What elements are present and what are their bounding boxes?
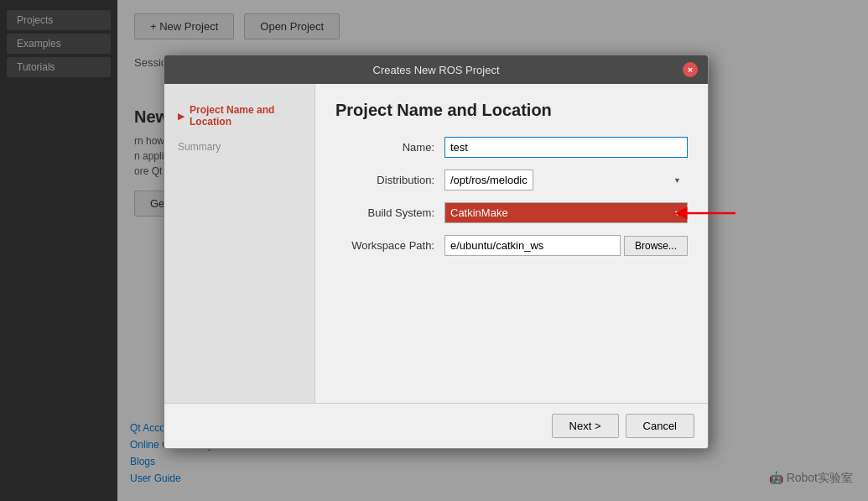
workspace-path-label: Workspace Path: — [335, 239, 444, 252]
dialog-titlebar: Creates New ROS Project × — [164, 55, 708, 84]
distribution-select-wrapper: /opt/ros/melodic — [444, 170, 688, 190]
form-row-workspace-path: Workspace Path: Browse... — [335, 235, 688, 256]
name-input[interactable] — [444, 137, 688, 158]
form-row-name: Name: — [335, 137, 688, 158]
dialog-close-button[interactable]: × — [683, 62, 698, 77]
form-row-build-system: Build System: CatkinMake — [335, 202, 688, 223]
dialog-footer: Next > Cancel — [164, 403, 708, 448]
name-label: Name: — [335, 141, 444, 154]
next-button[interactable]: Next > — [552, 414, 619, 438]
wizard-step-summary[interactable]: Summary — [164, 134, 314, 159]
distribution-select[interactable]: /opt/ros/melodic — [444, 170, 533, 190]
workspace-path-input[interactable] — [444, 235, 621, 256]
wizard-content: Project Name and Location Name: Distribu… — [315, 84, 708, 403]
form-row-distribution: Distribution: /opt/ros/melodic — [335, 170, 688, 190]
build-system-select[interactable]: CatkinMake — [444, 202, 688, 223]
dialog-title: Creates New ROS Project — [190, 64, 683, 76]
create-ros-project-dialog: Creates New ROS Project × Project Name a… — [164, 55, 709, 449]
wizard-step-name-location[interactable]: Project Name and Location — [164, 97, 314, 134]
cancel-button[interactable]: Cancel — [626, 414, 694, 438]
build-system-label: Build System: — [335, 206, 444, 219]
qt-window: Projects Examples Tutorials + New Projec… — [0, 0, 868, 501]
wizard-nav: Project Name and Location Summary — [164, 84, 315, 403]
wizard-step-summary-label: Summary — [178, 141, 221, 153]
browse-button[interactable]: Browse... — [624, 236, 688, 256]
distribution-label: Distribution: — [335, 174, 444, 186]
wizard-step-name-location-label: Project Name and Location — [190, 104, 301, 128]
dialog-body: Project Name and Location Summary Projec… — [164, 84, 708, 403]
build-system-select-wrapper: CatkinMake — [444, 202, 688, 223]
wizard-content-title: Project Name and Location — [335, 101, 688, 120]
